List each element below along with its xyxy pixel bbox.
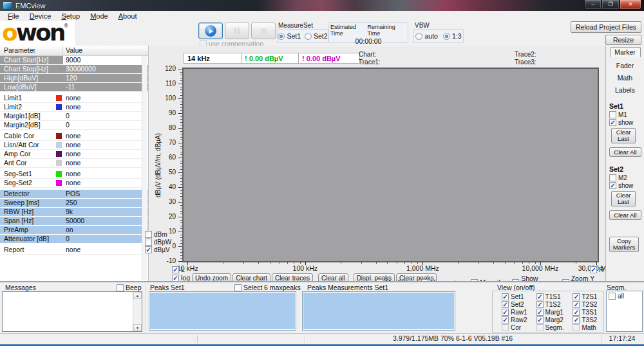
checkbox-marg2[interactable]: ✓Marg2	[536, 316, 564, 323]
play-button[interactable]: ▶	[198, 23, 223, 39]
scroll-down-icon[interactable]: ▼	[133, 324, 142, 331]
checkbox-m2[interactable]: M2	[609, 174, 644, 181]
sidebar-tab-marker[interactable]: Marker	[610, 47, 641, 57]
checkbox-raw1[interactable]: ✓Raw1	[502, 309, 527, 316]
menu-mode[interactable]: Mode	[85, 12, 113, 21]
set2-clear-last-button[interactable]: Clear Last	[611, 191, 636, 206]
param-label: Limit1	[4, 94, 22, 102]
checkbox-box: ✓	[573, 316, 580, 323]
checkbox-segm[interactable]: Segm.	[536, 324, 564, 331]
checkbox-label: T2S1	[582, 293, 597, 300]
param-row-span-hz[interactable]: Span [Hz]50000	[0, 217, 148, 226]
spectrum-plot[interactable]	[182, 68, 599, 262]
param-row-sweep-ms[interactable]: Sweep [ms]250	[0, 199, 148, 208]
param-row-seg-set1[interactable]: Seg-Set1none	[0, 170, 148, 179]
checkbox-math[interactable]: Math	[573, 324, 597, 331]
param-row-report[interactable]: Reportnone	[0, 246, 148, 255]
param-row-rbw-hz[interactable]: RBW [Hz]9k	[0, 208, 148, 217]
stop-button[interactable]	[251, 23, 276, 39]
checkbox-t1s1[interactable]: ✓T1S1	[536, 293, 564, 300]
checkbox-beep[interactable]: Beep	[117, 284, 142, 291]
maximize-button[interactable]: ❐	[601, 0, 620, 10]
radio-set1[interactable]: Set1	[278, 32, 301, 40]
checkbox-db-v[interactable]: ✓dBµV	[145, 246, 171, 253]
segm-onoff-box[interactable]: all	[606, 291, 643, 332]
checkbox-all[interactable]: all	[609, 293, 642, 300]
radio-auto[interactable]: auto	[415, 32, 437, 40]
checkbox-t3s1[interactable]: ✓T3S1	[573, 309, 597, 316]
radio-1-3[interactable]: 1:3	[443, 32, 462, 40]
peaks-set1-list[interactable]	[149, 291, 296, 331]
sidebar-tab-fader[interactable]: Fader	[606, 62, 644, 69]
checkbox-select-6-maxpeaks[interactable]: Select 6 maxpeaks	[234, 284, 301, 291]
y-tick-label: 60	[149, 154, 176, 161]
checkbox-m1[interactable]: M1	[609, 111, 644, 118]
copy-markers-button[interactable]: Copy Markers	[609, 237, 639, 252]
param-row-cable-cor[interactable]: Cable Cornone	[0, 132, 148, 141]
checkbox-label: dBm	[154, 231, 167, 238]
param-row-limit1[interactable]: Limit1none	[0, 94, 148, 103]
checkbox-set1[interactable]: ✓Set1	[502, 293, 527, 300]
x-minor-tick	[417, 262, 418, 264]
set1-clear-last-button[interactable]: Clear Last	[611, 128, 636, 143]
checkbox-box: ✓	[536, 309, 544, 316]
param-row-amp-cor[interactable]: Amp Cornone	[0, 150, 148, 159]
reload-project-files-button[interactable]: Reload Project Files	[571, 21, 641, 33]
checkbox-t1s2[interactable]: ✓T1S2	[536, 301, 564, 308]
minimize-button[interactable]: –	[584, 0, 601, 10]
parameter-column-header[interactable]: Parameter	[0, 46, 63, 55]
checkbox-show[interactable]: ✓show	[609, 182, 644, 189]
param-row-seg-set2[interactable]: Seg-Set2none	[0, 179, 148, 188]
param-row-high-dbuv[interactable]: High[dBuV]120	[0, 74, 148, 83]
checkbox-label: T3S2	[582, 316, 597, 323]
marker-value1-box: ! 0.00 dBµV	[241, 53, 303, 64]
checkbox-l[interactable]: ✓L	[172, 266, 185, 273]
param-row-low-dbuv[interactable]: Low[dBuV]-11	[0, 83, 148, 92]
sidebar-tab-math[interactable]: Math	[606, 74, 644, 82]
checkbox-t3s2[interactable]: ✓T3S2	[573, 316, 597, 323]
checkbox-cor[interactable]: Cor	[502, 324, 527, 331]
param-row-lisn-att-cor[interactable]: Lisn/Att Cornone	[0, 141, 148, 150]
param-row-margin2-db[interactable]: Margin2[dB]0	[0, 121, 148, 130]
checkbox-t2s1[interactable]: ✓T2S1	[573, 293, 597, 300]
param-row-chart-start-hz[interactable]: Chart Start[Hz]9000	[0, 56, 148, 65]
resize-button[interactable]: Resize	[605, 35, 641, 45]
set1-clear-all-button[interactable]: Clear All	[609, 147, 641, 157]
peaks-measurements-list[interactable]	[302, 291, 455, 331]
param-row-margin1-db[interactable]: Margin1[dB]0	[0, 112, 148, 121]
checkbox-dbm[interactable]: dBm	[145, 231, 171, 238]
checkbox-show[interactable]: ✓show	[609, 119, 644, 126]
checkbox-marg1[interactable]: ✓Marg1	[536, 309, 564, 316]
radio-set2[interactable]: Set2	[305, 32, 328, 40]
status-info: 3.979/1.175MB 70% 6-1-6 V05.19B #16	[305, 334, 601, 343]
param-value: 120	[63, 74, 148, 82]
checkbox-label: Select 6 maxpeaks	[243, 284, 301, 291]
messages-scrollbar[interactable]: ▲ ▼	[133, 292, 142, 331]
set2-clear-all-button[interactable]: Clear All	[609, 210, 641, 220]
close-button[interactable]: ✕	[620, 0, 641, 10]
param-row-chart-stop-hz[interactable]: Chart Stop[Hz]30000000	[0, 65, 148, 74]
checkbox-set2[interactable]: ✓Set2	[502, 301, 527, 308]
value-column-header[interactable]: Value	[63, 46, 148, 55]
scroll-up-icon[interactable]: ▲	[133, 292, 142, 299]
pause-button[interactable]	[225, 23, 249, 39]
checkbox-r[interactable]: ✓R	[590, 266, 604, 273]
param-label: Cable Cor	[4, 132, 34, 140]
checkbox-t2s2[interactable]: ✓T2S2	[573, 301, 597, 308]
sidebar-tab-labels[interactable]: Labels	[606, 86, 644, 94]
titlebar[interactable]: EMCview – ❐ ✕	[0, 0, 644, 11]
checkbox-box	[609, 174, 616, 181]
param-row-ant-cor[interactable]: Ant Cornone	[0, 159, 148, 168]
param-row-limit2[interactable]: Limit2none	[0, 103, 148, 112]
checkbox-box	[145, 231, 152, 238]
param-row-attenuator-db[interactable]: Attenuator [dB]0	[0, 235, 148, 244]
view-onoff-group: ✓Set1✓Set2✓Raw1✓Raw2Cor✓T1S1✓T1S2✓Marg1✓…	[492, 291, 604, 333]
messages-list[interactable]: ▲ ▼	[2, 291, 142, 332]
param-row-detector[interactable]: DetectorPOS	[0, 190, 148, 199]
radio-dot	[305, 33, 312, 40]
checkbox-raw2[interactable]: ✓Raw2	[502, 316, 527, 323]
param-row-preamp[interactable]: PreAmpon	[0, 226, 148, 235]
checkbox-label: Cor	[511, 324, 521, 331]
checkbox-dbpw[interactable]: dBpW	[145, 239, 171, 246]
menu-about[interactable]: About	[113, 12, 142, 21]
